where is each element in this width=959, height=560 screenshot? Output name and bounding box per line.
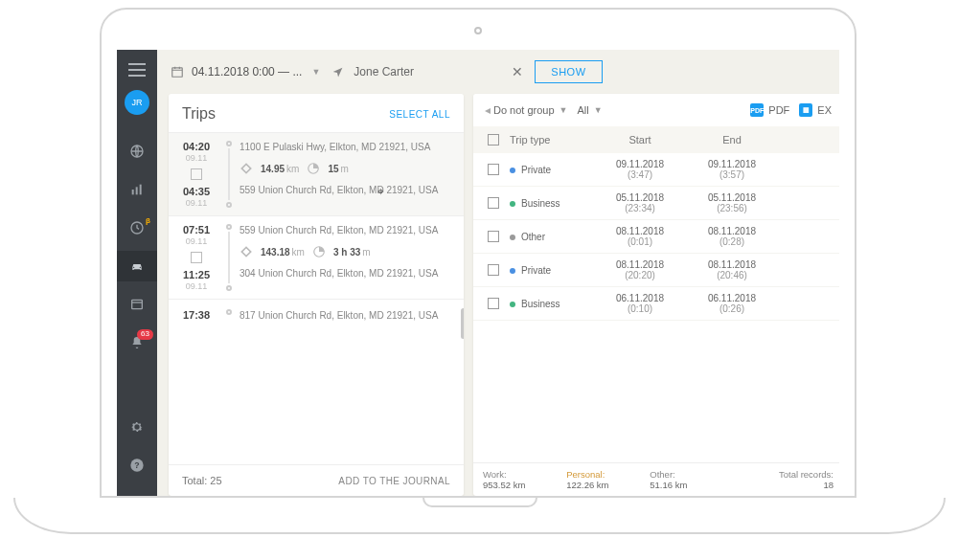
row-checkbox[interactable] [488, 197, 499, 209]
table-row[interactable]: Business06.11.2018(0:10)06.11.2018(0:26) [473, 287, 839, 321]
end-address: 304 Union Church Rd, Elkton, MD 21921, U… [240, 267, 454, 280]
bell-icon[interactable]: 63 [117, 327, 157, 358]
type-dot-icon [510, 268, 515, 274]
camera-icon [474, 27, 482, 34]
help-icon[interactable]: ? [117, 450, 157, 481]
main-content: Trips SELECT ALL 04:20 09.11 04:35 09.11 [157, 94, 839, 496]
duration-icon [307, 162, 320, 175]
trips-title: Trips [182, 105, 216, 123]
pdf-icon: PDF [750, 103, 764, 117]
chevron-down-icon: ▼ [559, 105, 568, 115]
gear-icon[interactable] [117, 412, 157, 442]
trips-panel: Trips SELECT ALL 04:20 09.11 04:35 09.11 [169, 94, 464, 496]
type-dot-icon [510, 235, 515, 240]
add-to-journal-button[interactable]: ADD TO THE JOURNAL [338, 476, 450, 486]
table-row[interactable]: Other08.11.2018(0:01)08.11.2018(0:28) [473, 220, 839, 254]
trip-list: 04:20 09.11 04:35 09.11 1100 E Pulaski H… [169, 132, 464, 464]
start-address: 1100 E Pulaski Hwy, Elkton, MD 21921, US… [240, 141, 454, 153]
table-row[interactable]: Business05.11.2018(23:34)05.11.2018(23:5… [473, 187, 839, 220]
laptop-notch [422, 498, 537, 507]
group-dropdown[interactable]: Do not group ▼ [485, 103, 568, 117]
trip-card[interactable]: 17:38 817 Union Church Rd, Elkton, MD 21… [169, 299, 464, 331]
journal-footer: Work:953.52 km Personal:122.26 km Other:… [473, 462, 839, 496]
table-row[interactable]: Private08.11.2018(20:20)08.11.2018(20:46… [473, 254, 839, 287]
start-address: 559 Union Church Rd, Elkton, MD 21921, U… [240, 224, 454, 236]
trip-type-label: Business [521, 299, 560, 309]
svg-rect-1 [132, 190, 134, 194]
clock-icon[interactable]: β [117, 213, 157, 243]
trip-type-label: Private [521, 165, 551, 175]
unit-filter-input[interactable]: Jone Carter ✕ [331, 64, 523, 79]
select-all-button[interactable]: SELECT ALL [389, 109, 450, 120]
chart-icon[interactable] [117, 174, 157, 205]
type-dot-icon [510, 168, 515, 173]
col-type[interactable]: Trip type [510, 134, 594, 146]
calendar-icon [171, 65, 184, 78]
location-arrow-icon [331, 66, 344, 78]
table-header: Trip type Start End [473, 126, 839, 153]
laptop-frame: JR β 6 [0, 0, 959, 560]
trip-checkbox[interactable] [191, 252, 202, 263]
clear-icon[interactable]: ✕ [512, 64, 523, 79]
duration-icon [312, 245, 326, 258]
row-checkbox[interactable] [488, 298, 499, 309]
table-body: Private09.11.2018(3:47)09.11.2018(3:57)B… [473, 153, 839, 462]
app-viewport: JR β 6 [117, 50, 839, 496]
distance-icon [240, 245, 253, 258]
trip-type-label: Private [521, 265, 551, 276]
journal-panel: Do not group ▼ All ▼ PDF PDF [473, 94, 839, 496]
cursor-icon: ⌖ [377, 185, 384, 198]
col-end[interactable]: End [686, 134, 778, 146]
filter-dropdown[interactable]: All ▼ [578, 104, 603, 116]
tasks-icon[interactable] [117, 289, 157, 320]
col-start[interactable]: Start [594, 134, 686, 146]
trip-type-label: Business [521, 198, 560, 209]
show-button[interactable]: SHOW [535, 60, 602, 83]
beta-badge: β [146, 216, 150, 225]
type-dot-icon [510, 302, 515, 307]
trip-card[interactable]: 07:51 09.11 11:25 09.11 559 Union Church… [169, 215, 464, 299]
trip-type-label: Other [521, 232, 545, 242]
toolbar: 04.11.2018 0:00 — ... ▼ Jone Carter ✕ SH… [157, 50, 839, 94]
excel-icon: ▦ [799, 103, 812, 117]
date-range-picker[interactable]: 04.11.2018 0:00 — ... ▼ [171, 65, 320, 78]
row-checkbox[interactable] [488, 264, 499, 276]
avatar[interactable]: JR [125, 90, 149, 115]
chevron-down-icon: ▼ [594, 105, 603, 115]
globe-icon[interactable] [117, 136, 157, 167]
chevron-down-icon: ▼ [311, 67, 320, 77]
trip-stats: 143.18km 3 h 33m [240, 245, 454, 258]
laptop-screen: JR β 6 [100, 8, 856, 498]
trip-checkbox[interactable] [191, 168, 202, 180]
trip-card[interactable]: 04:20 09.11 04:35 09.11 1100 E Pulaski H… [169, 132, 464, 215]
total-count: Total: 25 [182, 475, 222, 486]
svg-text:?: ? [134, 460, 139, 470]
trips-footer: Total: 25 ADD TO THE JOURNAL [169, 464, 464, 496]
distance-icon [240, 162, 253, 175]
sidebar: JR β 6 [117, 50, 157, 496]
trip-stats: 14.95km 15m [240, 162, 454, 175]
journal-toolbar: Do not group ▼ All ▼ PDF PDF [473, 94, 839, 126]
export-excel-button[interactable]: ▦ EX [799, 103, 832, 117]
trips-header: Trips SELECT ALL [169, 94, 464, 132]
row-checkbox[interactable] [488, 164, 499, 175]
row-checkbox[interactable] [488, 231, 499, 242]
select-all-checkbox[interactable] [488, 134, 499, 146]
end-address: 559 Union Church Rd, Elkton, MD 21921, U… [240, 184, 454, 196]
svg-rect-3 [140, 185, 142, 195]
svg-rect-2 [136, 187, 138, 194]
start-address: 817 Union Church Rd, Elkton, MD 21921, U… [240, 309, 454, 322]
menu-toggle-button[interactable] [128, 63, 146, 77]
table-row[interactable]: Private09.11.2018(3:47)09.11.2018(3:57) [473, 153, 839, 187]
car-icon[interactable] [117, 251, 157, 281]
export-pdf-button[interactable]: PDF PDF [750, 103, 789, 117]
svg-rect-5 [132, 300, 143, 308]
svg-rect-8 [172, 68, 183, 77]
type-dot-icon [510, 201, 515, 207]
notification-badge: 63 [137, 329, 153, 340]
scrollbar-thumb[interactable] [461, 308, 464, 339]
